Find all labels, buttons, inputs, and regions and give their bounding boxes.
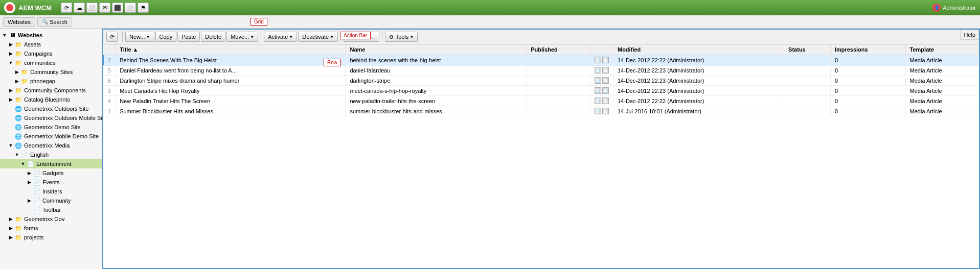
sidebar-item-campaigns[interactable]: ▶ 📁 Campaigns bbox=[0, 49, 102, 58]
col-status[interactable]: Status bbox=[784, 44, 831, 55]
row-impressions: 0 bbox=[830, 76, 905, 86]
sidebar-label-english: English bbox=[30, 152, 49, 158]
sidebar-item-catalog-blueprints[interactable]: ▶ 📁 Catalog Blueprints bbox=[0, 95, 102, 104]
row-impressions: 0 bbox=[830, 65, 905, 76]
sidebar-item-communities[interactable]: ▼ 📁 communities bbox=[0, 58, 102, 67]
pages-table: Title ▲ Name Published Modified Status I… bbox=[103, 44, 979, 116]
deactivate-button[interactable]: Deactivate ▼ bbox=[298, 32, 338, 42]
row-published bbox=[527, 106, 590, 116]
sidebar-item-projects[interactable]: ▶ 📁 projects bbox=[0, 233, 102, 242]
table-row[interactable]: 6 Darlington Stripe mixes drama and shar… bbox=[104, 76, 979, 86]
tools-button[interactable]: ⚙ Tools ▼ bbox=[385, 32, 418, 42]
toolbar-icon-7[interactable]: ⚑ bbox=[138, 3, 149, 13]
toolbar-icon-5[interactable]: ⬛ bbox=[112, 3, 123, 13]
row-num: 5 bbox=[104, 65, 116, 76]
sidebar-label-assets: Assets bbox=[24, 41, 41, 47]
new-button-label: New... bbox=[129, 34, 145, 40]
sidebar-item-toolbar[interactable]: 📄 Toolbar bbox=[0, 205, 102, 214]
col-published[interactable]: Published bbox=[527, 44, 590, 55]
help-button[interactable]: Help bbox=[960, 30, 979, 40]
workflow-button[interactable]: Workflow... bbox=[344, 32, 379, 42]
row-template: Media Article bbox=[905, 106, 978, 116]
sidebar-item-geo-demo[interactable]: 🌐 Geometrixx Demo Site bbox=[0, 123, 102, 132]
sidebar-item-geo-gov[interactable]: ▶ 📁 Geometrixx Gov bbox=[0, 214, 102, 224]
tab-search[interactable]: 🔍 Search bbox=[37, 17, 72, 27]
row-num: 1 bbox=[104, 106, 116, 116]
new-button[interactable]: New... ▼ bbox=[125, 32, 154, 42]
toolbar-icon-4[interactable]: ✉ bbox=[99, 3, 110, 13]
toolbar-icon-6[interactable]: ⬜ bbox=[125, 3, 136, 13]
sidebar-item-geo-media[interactable]: ▼ 🌐 Geometrixx Media bbox=[0, 141, 102, 150]
row-title: Behind The Scenes With The Big Heist bbox=[116, 55, 346, 65]
sidebar-item-geo-outdoors[interactable]: 🌐 Geometrixx Outdoors Site bbox=[0, 104, 102, 113]
page-icon-geo-demo: 🌐 bbox=[14, 124, 22, 131]
row-status bbox=[784, 65, 831, 76]
row-modified: 14-Jul-2016 10:01 (Administrator) bbox=[613, 106, 784, 116]
toolbar-icon-3[interactable]: ⬜ bbox=[86, 3, 98, 13]
sidebar-item-english[interactable]: ▼ 📄 English bbox=[0, 150, 102, 159]
sidebar-item-entertainment[interactable]: ▼ 📄 Entertainment bbox=[0, 159, 102, 168]
table-header: Title ▲ Name Published Modified Status I… bbox=[104, 44, 979, 55]
col-modified[interactable]: Modified bbox=[613, 44, 784, 55]
page-mini-icon-2: 📄 bbox=[602, 77, 609, 84]
toolbar-icon-2[interactable]: ☁ bbox=[74, 3, 85, 13]
row-status bbox=[784, 86, 831, 96]
page-mini-icon-2: 📄 bbox=[602, 87, 609, 94]
activate-button-label: Activate bbox=[268, 34, 288, 40]
folder-icon-community-components: 📁 bbox=[14, 87, 22, 94]
row-name: new-paladin-trailer-hits-the-screen bbox=[346, 96, 527, 106]
table-row[interactable]: 2 Behind The Scenes With The Big Heist b… bbox=[104, 55, 979, 65]
col-title[interactable]: Title ▲ bbox=[116, 44, 346, 55]
sidebar-item-community-sites[interactable]: ▶ 📁 Community Sites bbox=[0, 67, 102, 77]
move-button[interactable]: Move... ▼ bbox=[226, 32, 258, 42]
paste-button[interactable]: Paste bbox=[177, 32, 200, 42]
sidebar-item-gadgets[interactable]: ▶ 📄 Gadgets bbox=[0, 168, 102, 178]
sidebar-item-geo-mobile-demo[interactable]: 🌐 Geometrixx Mobile Demo Site bbox=[0, 132, 102, 141]
folder-icon-forms: 📁 bbox=[14, 225, 22, 232]
row-icons: 📄 📄 bbox=[590, 65, 613, 76]
row-modified: 14-Dec-2012 22:22 (Administrator) bbox=[613, 96, 784, 106]
col-impressions[interactable]: Impressions bbox=[830, 44, 905, 55]
sidebar-item-assets[interactable]: ▶ 📁 Assets bbox=[0, 40, 102, 49]
sidebar-label-geo-outdoors-mobile: Geometrixx Outdoors Mobile Site bbox=[24, 115, 102, 121]
separator-4 bbox=[382, 32, 382, 42]
sidebar-item-forms[interactable]: ▶ 📁 forms bbox=[0, 224, 102, 233]
page-icon-english: 📄 bbox=[20, 151, 29, 158]
row-name: darlington-stripe bbox=[346, 76, 527, 86]
sidebar-item-phonegap[interactable]: ▶ 📁 phonegap bbox=[0, 77, 102, 86]
toolbar-icon-1[interactable]: ⟳ bbox=[61, 3, 72, 13]
table-row[interactable]: 3 Meet Canada's Hip Hop Royalty meet-can… bbox=[104, 86, 979, 96]
sidebar-item-geo-outdoors-mobile[interactable]: 🌐 Geometrixx Outdoors Mobile Site bbox=[0, 113, 102, 123]
table-row[interactable]: 4 New Paladin Trailer Hits The Screen ne… bbox=[104, 96, 979, 106]
row-num: 3 bbox=[104, 86, 116, 96]
folder-icon-geo-gov: 📁 bbox=[14, 215, 22, 223]
second-toolbar: Websites 🔍 Search bbox=[0, 15, 980, 29]
tab-websites[interactable]: Websites bbox=[3, 17, 35, 27]
sidebar-item-events[interactable]: ▶ 📄 Events bbox=[0, 178, 102, 187]
sidebar-item-insiders[interactable]: 📄 Insiders bbox=[0, 187, 102, 196]
table-row[interactable]: 1 Summer Blockbuster Hits and Misses sum… bbox=[104, 106, 979, 116]
sidebar-item-community-components[interactable]: ▶ 📁 Community Components bbox=[0, 86, 102, 95]
sidebar-label-community-components: Community Components bbox=[24, 87, 86, 93]
sidebar-item-community[interactable]: ▶ 📄 Community bbox=[0, 196, 102, 205]
col-name[interactable]: Name bbox=[346, 44, 527, 55]
deactivate-button-label: Deactivate bbox=[302, 34, 329, 40]
folder-icon-projects: 📁 bbox=[14, 234, 22, 241]
table-row[interactable]: 5 Daniel Falardeau went from being no-li… bbox=[104, 65, 979, 76]
col-template[interactable]: Template bbox=[905, 44, 978, 55]
logo-inner bbox=[6, 4, 13, 11]
copy-button[interactable]: Copy bbox=[155, 32, 177, 42]
toggle-gadgets: ▶ bbox=[27, 170, 32, 176]
separator-1 bbox=[122, 32, 123, 42]
sidebar-label-geo-mobile-demo: Geometrixx Mobile Demo Site bbox=[24, 133, 99, 139]
row-name: summer-blockbuster-hits-and-misses bbox=[346, 106, 527, 116]
row-template: Media Article bbox=[905, 65, 978, 76]
delete-button[interactable]: Delete bbox=[201, 32, 225, 42]
search-icon: 🔍 bbox=[42, 19, 48, 25]
row-template: Media Article bbox=[905, 86, 978, 96]
refresh-button[interactable]: ⟳ bbox=[106, 32, 118, 42]
page-icon-gadgets: 📄 bbox=[33, 169, 41, 177]
activate-button[interactable]: Activate ▼ bbox=[264, 32, 297, 42]
sidebar-item-websites[interactable]: ▼ 🖥 Websites bbox=[0, 31, 102, 40]
sidebar-label-forms: forms bbox=[24, 225, 38, 231]
